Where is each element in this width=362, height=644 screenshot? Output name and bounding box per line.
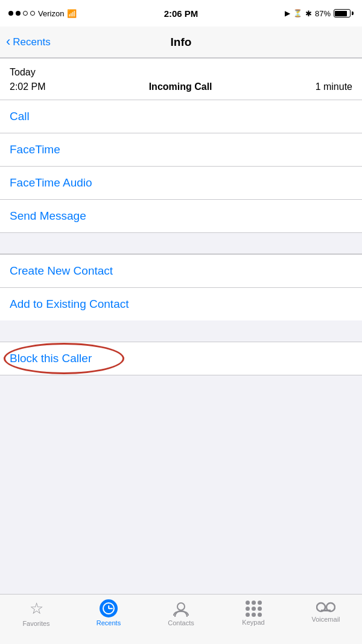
tab-voicemail[interactable]: Voicemail [290,599,362,623]
carrier-label: Verizon [38,9,64,18]
add-to-existing-contact-button[interactable]: Add to Existing Contact [0,288,362,320]
call-info-section: Today 2:02 PM Incoming Call 1 minute [0,59,362,100]
create-new-contact-button[interactable]: Create New Contact [0,254,362,288]
tab-contacts[interactable]: Contacts [145,599,217,626]
wifi-icon: 📶 [67,9,77,18]
favorites-icon: ☆ [30,599,43,618]
dot-3 [23,11,28,16]
battery-icon [334,9,354,18]
call-type: Incoming Call [149,81,212,92]
tab-keypad[interactable]: Keypad [217,599,290,626]
contacts-label: Contacts [168,619,194,626]
call-duration: 1 minute [316,81,352,92]
svg-rect-4 [321,610,331,611]
favorites-label: Favorites [22,620,49,627]
alarm-icon: ⏳ [293,9,302,18]
tab-recents[interactable]: Recents [72,599,145,626]
signal-dots [8,11,35,16]
dot-2 [16,11,21,16]
recents-label: Recents [97,619,121,626]
facetime-audio-button[interactable]: FaceTime Audio [0,167,362,200]
location-icon: ▶ [285,9,290,18]
call-time: 2:02 PM [10,81,46,92]
chevron-left-icon: ‹ [6,35,10,48]
back-label: Recents [13,36,50,48]
recents-icon [100,599,118,617]
nav-bar: ‹ Recents Info [0,27,362,58]
keypad-icon [246,601,262,617]
bluetooth-icon: ✱ [305,9,312,18]
contact-section: Create New Contact Add to Existing Conta… [0,254,362,320]
tab-bar: ☆ Favorites Recents Contacts [0,594,362,644]
dot-4 [30,11,35,16]
block-section: Block this Caller [0,342,362,375]
battery-percent: 87% [315,9,331,18]
call-row: 2:02 PM Incoming Call 1 minute [10,81,352,92]
page-title: Info [171,36,192,49]
contacts-icon [172,599,190,617]
svg-point-0 [177,603,185,610]
facetime-button[interactable]: FaceTime [0,133,362,167]
action-section: Call FaceTime FaceTime Audio Send Messag… [0,100,362,232]
dot-1 [8,11,13,16]
today-label: Today [10,67,352,78]
tab-favorites[interactable]: ☆ Favorites [0,599,72,627]
status-time: 2:06 PM [164,8,198,19]
call-button[interactable]: Call [0,100,362,133]
block-caller-button[interactable]: Block this Caller [0,342,362,375]
keypad-label: Keypad [242,619,264,626]
status-left: Verizon 📶 [8,9,81,18]
voicemail-label: Voicemail [311,616,340,623]
gap-section [0,232,362,254]
status-bar: Verizon 📶 2:06 PM ▶ ⏳ ✱ 87% [0,0,362,27]
send-message-button[interactable]: Send Message [0,200,362,232]
voicemail-icon [316,601,335,614]
back-button[interactable]: ‹ Recents [6,36,51,48]
status-right: ▶ ⏳ ✱ 87% [281,9,354,18]
